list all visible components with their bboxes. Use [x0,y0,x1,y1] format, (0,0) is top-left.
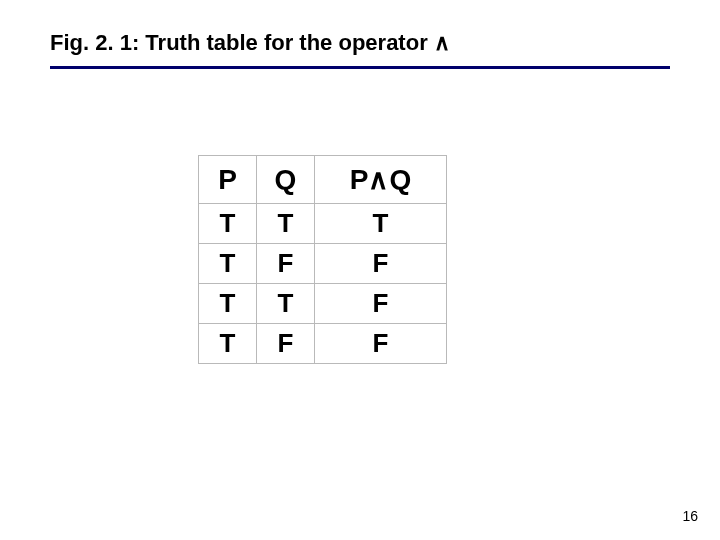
page-number: 16 [682,508,698,524]
cell-p: T [199,204,257,244]
table-row: T T T [199,204,447,244]
title-underline [50,66,670,69]
table-row: T T F [199,284,447,324]
header-pq: P∧Q [315,156,447,204]
table-header-row: P Q P∧Q [199,156,447,204]
cell-q: F [257,324,315,364]
title-area: Fig. 2. 1: Truth table for the operator … [50,30,670,77]
header-q: Q [257,156,315,204]
cell-q: T [257,204,315,244]
truth-table: P Q P∧Q T T T T F F T T F T F F [198,155,447,364]
cell-pq: F [315,284,447,324]
header-p: P [199,156,257,204]
figure-title: Fig. 2. 1: Truth table for the operator … [50,30,670,56]
cell-p: T [199,284,257,324]
cell-p: T [199,324,257,364]
cell-p: T [199,244,257,284]
cell-q: F [257,244,315,284]
truth-table-container: P Q P∧Q T T T T F F T T F T F F [198,155,447,364]
table-row: T F F [199,324,447,364]
cell-q: T [257,284,315,324]
cell-pq: F [315,244,447,284]
table-row: T F F [199,244,447,284]
cell-pq: T [315,204,447,244]
cell-pq: F [315,324,447,364]
